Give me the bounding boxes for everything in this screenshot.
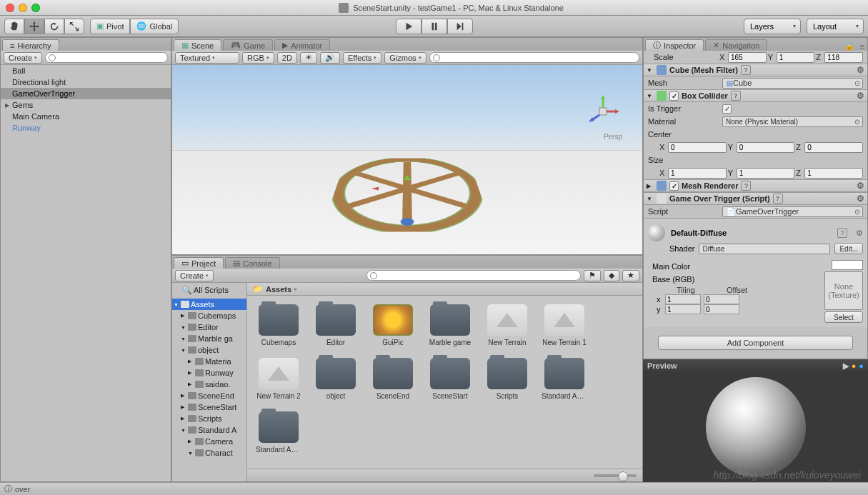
asset-item[interactable]: Standard Ass... — [542, 358, 587, 400]
minimize-icon[interactable] — [19, 4, 27, 12]
script-field[interactable]: 📄 GameOverTrigger — [722, 206, 863, 217]
breadcrumb[interactable]: 📁Assets▸ — [247, 283, 642, 296]
global-button[interactable]: 🌐Global — [130, 19, 179, 34]
size-y-field[interactable] — [737, 168, 795, 179]
center-z-field[interactable] — [804, 142, 863, 153]
hand-tool-button[interactable] — [4, 19, 24, 34]
scene-effects-dropdown[interactable]: Effects — [343, 52, 381, 64]
project-tree-item[interactable]: ▼object — [172, 344, 246, 356]
help-icon[interactable]: ? — [731, 91, 741, 101]
project-tree-item[interactable]: ▼Charact — [172, 447, 246, 459]
project-tree-item[interactable]: ▶Materia — [172, 356, 246, 367]
menu-icon[interactable]: ≡ — [857, 42, 867, 51]
component-cube[interactable]: ▼ Cube (Mesh Filter) ? ⚙ — [644, 64, 867, 76]
texture-select-button[interactable]: Select — [824, 311, 863, 323]
istrigger-checkbox[interactable] — [722, 104, 732, 114]
preview-play-icon[interactable]: ▶ — [843, 361, 849, 371]
move-tool-button[interactable] — [24, 19, 44, 34]
gear-icon[interactable]: ⚙ — [857, 91, 864, 101]
asset-item[interactable]: New Terrain 1 — [542, 304, 587, 346]
hierarchy-item[interactable]: GameOverTrigger — [1, 88, 171, 99]
add-component-button[interactable]: Add Component — [658, 336, 853, 350]
icon-size-slider[interactable] — [594, 474, 637, 477]
preview-color1-icon[interactable]: ● — [852, 361, 857, 371]
scene-gizmos-dropdown[interactable]: Gizmos — [384, 52, 426, 64]
asset-item[interactable]: GuiPic — [370, 304, 416, 346]
tab-inspector[interactable]: ⓘInspector — [645, 39, 704, 51]
center-y-field[interactable] — [737, 142, 795, 153]
asset-item[interactable]: SceneStart — [427, 358, 473, 400]
component-meshrenderer[interactable]: ▶ Mesh Renderer ? ⚙ — [644, 179, 867, 192]
tiling-x-field[interactable] — [665, 294, 701, 304]
help-icon[interactable]: ? — [837, 228, 847, 238]
help-icon[interactable]: ? — [741, 181, 751, 191]
component-script[interactable]: ▼ Game Over Trigger (Script) ? ⚙ — [644, 192, 867, 205]
shader-dropdown[interactable]: Diffuse — [699, 244, 830, 254]
fold-icon[interactable]: ▼ — [647, 196, 654, 202]
help-icon[interactable]: ? — [741, 65, 751, 75]
asset-item[interactable]: Marble game — [427, 304, 473, 346]
component-boxcollider[interactable]: ▼ Box Collider ? ⚙ — [644, 89, 867, 102]
mesh-field[interactable]: ▦ Cube — [722, 78, 863, 89]
preview-color2-icon[interactable]: ● — [859, 361, 864, 371]
project-search-input[interactable] — [366, 270, 581, 281]
project-type-button[interactable]: ◆ — [604, 270, 619, 281]
hierarchy-create-button[interactable]: Create — [4, 52, 42, 64]
gear-icon[interactable]: ⚙ — [857, 65, 864, 75]
gear-icon[interactable]: ⚙ — [857, 181, 864, 191]
offset-y-field[interactable] — [704, 304, 739, 314]
texture-slot[interactable]: None(Texture) — [824, 271, 863, 310]
project-create-button[interactable]: Create — [175, 270, 214, 281]
asset-item[interactable]: New Terrain — [484, 304, 530, 346]
project-tree-item[interactable]: ▶Scripts — [172, 413, 246, 424]
project-tree-item[interactable]: ▼Marble ga — [172, 333, 246, 344]
project-tree-item[interactable]: ▶Runway — [172, 367, 246, 379]
physmat-field[interactable]: None (Physic Material) — [722, 116, 863, 127]
scene-light-toggle[interactable]: ☀ — [300, 52, 317, 64]
project-tree-item[interactable]: ▼Editor — [172, 321, 246, 333]
project-tree-item[interactable]: ▶Cubemaps — [172, 310, 246, 321]
scale-y-field[interactable] — [777, 52, 815, 63]
project-filter-item[interactable]: 🔍All Scripts — [172, 284, 246, 296]
size-z-field[interactable] — [804, 168, 863, 179]
hierarchy-item[interactable]: Ball — [1, 65, 171, 76]
scene-search-input[interactable] — [429, 52, 639, 63]
scene-shading-dropdown[interactable]: Textured — [175, 52, 239, 64]
project-filter-button[interactable]: ⚑ — [584, 270, 601, 281]
asset-item[interactable]: Scripts — [484, 358, 530, 400]
asset-item[interactable]: New Terrain 2 — [256, 358, 301, 400]
scene-2d-toggle[interactable]: 2D — [277, 52, 297, 64]
color-swatch[interactable] — [832, 260, 863, 270]
scale-x-field[interactable] — [728, 52, 767, 63]
scene-render-dropdown[interactable]: RGB — [242, 52, 274, 64]
layers-dropdown[interactable]: Layers — [744, 19, 801, 34]
center-x-field[interactable] — [668, 142, 727, 153]
scene-audio-toggle[interactable]: 🔊 — [320, 52, 340, 64]
size-x-field[interactable] — [668, 168, 727, 179]
fold-icon[interactable]: ▶ — [647, 183, 654, 189]
collider-enable-checkbox[interactable] — [669, 91, 679, 101]
tab-project[interactable]: ▭Project — [174, 257, 224, 269]
orientation-gizmo[interactable] — [585, 94, 621, 129]
project-fav-button[interactable]: ★ — [622, 270, 639, 281]
tab-console[interactable]: ▤Console — [225, 257, 279, 269]
asset-item[interactable]: Standard Ass... — [256, 411, 301, 454]
asset-item[interactable]: Cubemaps — [256, 304, 301, 346]
hierarchy-item[interactable]: Directional light — [1, 76, 171, 88]
asset-item[interactable]: object — [313, 358, 359, 400]
project-tree-item[interactable]: ▶SceneEnd — [172, 390, 246, 401]
tab-hierarchy[interactable]: ≡Hierarchy — [2, 39, 59, 51]
pivot-button[interactable]: ▣Pivot — [90, 19, 130, 34]
tab-scene[interactable]: ▦Scene — [174, 39, 221, 51]
fold-icon[interactable]: ▼ — [647, 93, 654, 99]
scale-tool-button[interactable] — [64, 19, 84, 34]
gear-icon[interactable]: ⚙ — [856, 229, 863, 238]
asset-item[interactable]: Editor — [313, 304, 359, 346]
hierarchy-item[interactable]: Runway — [1, 122, 171, 134]
step-button[interactable] — [447, 19, 473, 34]
close-icon[interactable] — [6, 4, 14, 12]
project-tree-item[interactable]: ▶SceneStart — [172, 401, 246, 413]
project-tree-item[interactable]: ▶saidao. — [172, 379, 246, 390]
offset-x-field[interactable] — [704, 294, 739, 304]
fold-icon[interactable]: ▼ — [647, 67, 654, 74]
